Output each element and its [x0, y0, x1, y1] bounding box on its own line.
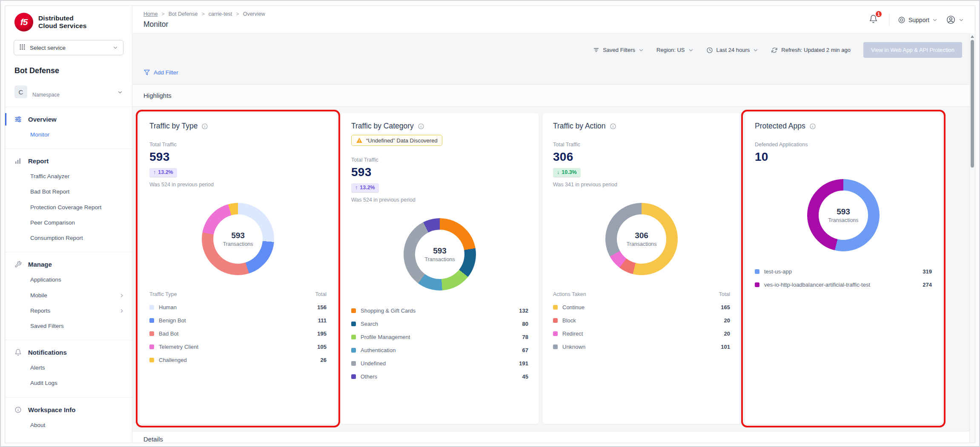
sidebar-item-report[interactable]: Report	[5, 153, 132, 169]
main-area: Home>Bot Defense>carrie-test>Overview Mo…	[132, 6, 975, 443]
brand-logo[interactable]: f5 Distributed Cloud Services	[5, 6, 132, 36]
legend-value: 319	[923, 268, 932, 275]
sidebar-item-overview[interactable]: Overview	[5, 111, 132, 127]
sidebar-item-bad-bot-report[interactable]: Bad Bot Report	[5, 184, 132, 199]
legend-value: 78	[522, 334, 528, 340]
saved-filters-dropdown[interactable]: Saved Filters	[593, 47, 644, 53]
legend-label: Telemetry Client	[159, 344, 198, 350]
sidebar-item-saved-filters[interactable]: Saved Filters	[5, 319, 132, 334]
chevron-right-icon	[119, 293, 124, 298]
sidebar-item-notifications[interactable]: Notifications	[5, 345, 132, 360]
legend-swatch	[351, 361, 356, 366]
refresh-icon	[771, 47, 778, 54]
breadcrumb-home[interactable]: Home	[143, 11, 158, 17]
breadcrumb-separator: >	[201, 11, 204, 17]
legend-swatch	[351, 348, 356, 353]
legend-row-authentication[interactable]: Authentication67	[351, 344, 528, 357]
legend-label: test-us-app	[764, 268, 792, 275]
namespace-label: Namespace	[32, 92, 60, 98]
account-menu[interactable]	[946, 15, 964, 25]
legend-row-telemetry-client[interactable]: Telemetry Client105	[149, 340, 327, 353]
view-in-waap-button[interactable]: View in Web App & API Protection	[863, 42, 962, 58]
legend-label-group: Bad Bot	[149, 330, 178, 337]
scrollbar-thumb[interactable]	[971, 40, 974, 168]
scrollbar-up-arrow[interactable]	[971, 35, 974, 38]
info-icon	[418, 123, 424, 130]
legend-row-undefined[interactable]: Undefined191	[351, 357, 528, 370]
legend-row-bad-bot[interactable]: Bad Bot195	[149, 327, 327, 340]
sidebar-item-consumption-report[interactable]: Consumption Report	[5, 231, 132, 246]
nav-section-manage: ManageApplicationsMobileReportsSaved Fil…	[5, 252, 132, 340]
namespace-selector[interactable]: C Namespace	[5, 75, 132, 107]
sidebar-item-manage[interactable]: Manage	[5, 256, 132, 272]
legend-swatch	[351, 374, 356, 379]
legend-row-others[interactable]: Others45	[351, 370, 528, 383]
sidebar-item-peer-comparison[interactable]: Peer Comparison	[5, 215, 132, 231]
legend-label-group: Block	[553, 317, 576, 324]
sidebar-section-label: Notifications	[28, 349, 67, 356]
metric-label: Defended Applications	[755, 142, 932, 148]
legend-label: Redirect	[562, 330, 583, 337]
legend-row-redirect[interactable]: Redirect20	[553, 327, 730, 340]
card-traffic-by-type: Traffic by TypeTotal Traffic593↑13.2%Was…	[139, 113, 337, 424]
breadcrumb-overview[interactable]: Overview	[243, 11, 265, 17]
time-range-dropdown[interactable]: Last 24 hours	[706, 47, 759, 54]
add-filter-button[interactable]: Add Filter	[132, 58, 975, 84]
brand-name-line2: Cloud Services	[38, 22, 86, 30]
sidebar-item-monitor[interactable]: Monitor	[5, 127, 132, 142]
sidebar-item-reports[interactable]: Reports	[5, 303, 132, 319]
legend-row-challenged[interactable]: Challenged26	[149, 353, 327, 367]
sidebar-item-about[interactable]: About	[5, 418, 132, 433]
legend-row-test-us-app[interactable]: test-us-app319	[755, 265, 932, 278]
legend-swatch	[553, 318, 558, 323]
card-title: Protected Apps	[755, 122, 805, 131]
workspace-info-icon	[14, 406, 22, 413]
sidebar-section-label: Workspace Info	[28, 406, 75, 413]
refresh-button[interactable]: Refresh: Updated 2 min ago	[771, 47, 851, 54]
legend-row-search[interactable]: Search80	[351, 317, 528, 330]
sidebar-item-label: Reports	[30, 307, 50, 315]
delta-badge: ↑13.2%	[149, 168, 177, 177]
legend-value: 67	[522, 347, 528, 353]
legend-swatch	[149, 305, 154, 310]
card-protected-apps: Protected AppsDefended Applications10593…	[745, 113, 942, 424]
legend-row-profile-management[interactable]: Profile Management78	[351, 330, 528, 344]
legend-row-block[interactable]: Block20	[553, 314, 730, 327]
legend-row-shopping-gift-cards[interactable]: Shopping & Gift Cards132	[351, 304, 528, 317]
legend-row-ves-io-http-loadbalancer-artificial-traffic-test[interactable]: ves-io-http-loadbalancer-artificial-traf…	[755, 278, 932, 291]
vertical-scrollbar[interactable]	[969, 33, 975, 443]
sidebar-item-alerts[interactable]: Alerts	[5, 360, 132, 376]
sidebar-item-protection-coverage-report[interactable]: Protection Coverage Report	[5, 200, 132, 215]
legend-label-group: Benign Bot	[149, 317, 186, 324]
legend-value: 132	[519, 307, 528, 314]
donut-center-label: Transactions	[424, 256, 455, 262]
card-title-row: Traffic by Action	[553, 122, 730, 131]
breadcrumb: Home>Bot Defense>carrie-test>Overview	[143, 11, 265, 17]
sidebar-item-traffic-analyzer[interactable]: Traffic Analyzer	[5, 169, 132, 184]
legend-row-unknown[interactable]: Unknown101	[553, 340, 730, 353]
donut-chart: 593Transactions	[807, 179, 880, 251]
sidebar-item-audit-logs[interactable]: Audit Logs	[5, 376, 132, 391]
sidebar-item-workspace-info[interactable]: Workspace Info	[5, 402, 132, 418]
select-service-dropdown[interactable]: Select service	[14, 40, 123, 55]
grid-icon	[19, 44, 26, 51]
sidebar-item-mobile[interactable]: Mobile	[5, 288, 132, 303]
donut-chart: 306Transactions	[605, 203, 678, 275]
legend-label: Undefined	[361, 360, 386, 367]
sidebar-item-applications[interactable]: Applications	[5, 272, 132, 288]
region-dropdown[interactable]: Region: US	[656, 47, 693, 53]
legend-swatch	[149, 345, 154, 349]
previous-period-text: Was 524 in previous period	[351, 197, 528, 203]
support-menu[interactable]: Support	[898, 16, 937, 24]
breadcrumb-carrie-test[interactable]: carrie-test	[209, 11, 232, 17]
legend-value: 156	[317, 304, 327, 310]
legend-row-continue[interactable]: Continue165	[553, 301, 730, 314]
legend-row-benign-bot[interactable]: Benign Bot111	[149, 314, 327, 327]
notifications-bell-button[interactable]: 1	[866, 13, 880, 27]
delta-badge: ↑13.2%	[351, 183, 379, 193]
header-divider	[889, 14, 889, 26]
sidebar-item-label: Traffic Analyzer	[30, 173, 69, 180]
highlights-title: Highlights	[143, 92, 964, 99]
legend-row-human[interactable]: Human156	[149, 301, 327, 314]
breadcrumb-bot-defense[interactable]: Bot Defense	[169, 11, 198, 17]
